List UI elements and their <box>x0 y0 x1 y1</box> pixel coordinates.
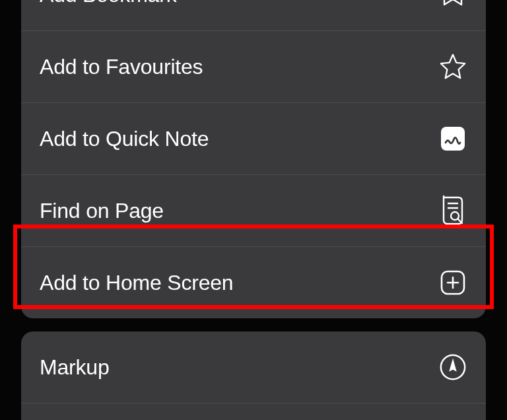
action-add-bookmark[interactable]: Add Bookmark <box>21 0 486 31</box>
markup-icon <box>438 353 467 382</box>
action-label: Find on Page <box>40 199 164 223</box>
action-group-2: Markup Print <box>21 332 486 420</box>
quick-note-icon <box>438 124 467 153</box>
action-add-to-home-screen[interactable]: Add to Home Screen <box>21 247 486 318</box>
svg-rect-0 <box>441 127 465 151</box>
action-label: Add to Home Screen <box>40 271 233 295</box>
add-home-icon <box>438 268 467 297</box>
action-label: Add to Favourites <box>40 55 203 79</box>
action-label: Add Bookmark <box>40 0 176 7</box>
action-print[interactable]: Print <box>21 403 486 420</box>
action-add-to-favourites[interactable]: Add to Favourites <box>21 31 486 103</box>
action-group-1: Add Bookmark Add to Favourites Add to Qu… <box>21 0 486 318</box>
action-markup[interactable]: Markup <box>21 332 486 403</box>
action-add-to-quick-note[interactable]: Add to Quick Note <box>21 103 486 175</box>
action-label: Markup <box>40 355 110 380</box>
bookmark-icon <box>438 0 467 9</box>
action-label: Add to Quick Note <box>40 127 209 151</box>
star-icon <box>438 52 467 81</box>
find-on-page-icon <box>438 196 467 225</box>
action-find-on-page[interactable]: Find on Page <box>21 175 486 247</box>
share-sheet-actions: Add Bookmark Add to Favourites Add to Qu… <box>0 0 507 420</box>
